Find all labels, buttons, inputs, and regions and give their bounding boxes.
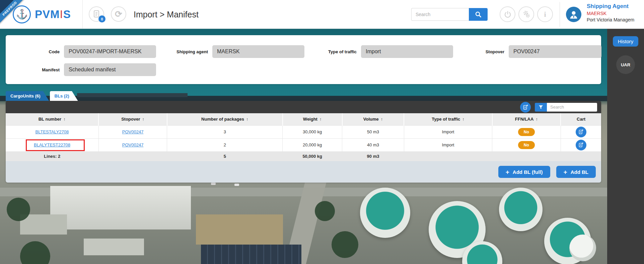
gears-icon	[522, 10, 531, 19]
background-trees	[332, 231, 358, 258]
user-name: MAERSK	[587, 10, 644, 17]
history-button[interactable]: History	[613, 36, 639, 47]
tab-cargo-units[interactable]: CargoUnits (6)	[6, 91, 49, 101]
info-button[interactable]: i	[537, 6, 553, 22]
code-label: Code	[14, 49, 60, 54]
user-info: Shipping Agent MAERSK Port Victoria Mana…	[587, 3, 644, 23]
shipping-agent-field[interactable]	[212, 45, 304, 58]
refresh-icon: ⟳	[115, 9, 122, 19]
totals-packages: 5	[167, 151, 283, 161]
bl-table-card: BL number↑ Stopover↑ Number of packages↑…	[6, 101, 601, 183]
search-icon	[475, 11, 482, 18]
add-bl-button[interactable]: + Add BL	[556, 166, 596, 178]
totals-weight: 50,000 kg	[283, 151, 342, 161]
col-label: Number of packages	[201, 117, 244, 122]
table-toolbar	[6, 101, 601, 113]
refresh-button[interactable]: ⟳	[111, 6, 126, 22]
app-header: PREPROD ⚓ PVMIS 0 ⟳ Import > Manifest	[0, 0, 644, 29]
traffic-field-group: Type of traffic	[308, 45, 453, 58]
app-window: PREPROD ⚓ PVMIS 0 ⟳ Import > Manifest	[0, 0, 644, 264]
weight-cell: 20,000 kg	[283, 138, 342, 151]
bl-table: BL number↑ Stopover↑ Number of packages↑…	[6, 113, 601, 161]
document-plus-icon	[578, 142, 584, 148]
sort-asc-icon: ↑	[142, 117, 145, 122]
sort-asc-icon: ↑	[462, 117, 464, 122]
code-field[interactable]	[64, 45, 156, 58]
add-bl-full-label: Add BL (full)	[513, 169, 543, 175]
add-to-cart-button[interactable]	[576, 140, 586, 150]
background-storage-tank	[360, 188, 410, 238]
add-to-cart-all-button[interactable]	[520, 102, 531, 113]
table-totals-row: Lines: 2 5 50,000 kg 90 m3	[6, 151, 601, 161]
table-search-input[interactable]	[547, 103, 597, 112]
user-role: Shipping Agent	[587, 3, 644, 10]
col-bl-number[interactable]: BL number↑	[6, 113, 98, 125]
tab-bar: CargoUnits (6) BLs (2)	[6, 91, 601, 101]
ffn-laa-badge: No	[518, 141, 535, 149]
packages-cell: 2	[167, 138, 283, 151]
sort-asc-icon: ↑	[319, 117, 322, 122]
col-cart: Cart	[561, 113, 601, 125]
col-label: Cart	[577, 117, 585, 122]
search-button[interactable]	[469, 8, 488, 21]
background-storage-tank	[569, 235, 596, 261]
packages-cell: 3	[167, 125, 283, 138]
sort-asc-icon: ↑	[381, 117, 383, 122]
brand-part: S	[63, 8, 71, 20]
settings-button[interactable]	[518, 6, 534, 22]
col-label: Volume	[363, 117, 379, 122]
background-solar-roof	[201, 245, 301, 264]
stopover-link[interactable]: POV00247	[122, 129, 144, 134]
tab-bls[interactable]: BLs (2)	[50, 91, 78, 101]
manifest-field[interactable]	[64, 63, 156, 76]
add-to-cart-button[interactable]	[576, 127, 586, 137]
uar-button[interactable]: UAR	[616, 55, 635, 74]
background-trees	[20, 241, 50, 264]
table-header-row: BL number↑ Stopover↑ Number of packages↑…	[6, 113, 601, 125]
manifest-field-group: Manifest	[14, 63, 156, 76]
code-field-group: Code	[14, 45, 156, 58]
col-weight[interactable]: Weight↑	[283, 113, 342, 125]
shipping-agent-label: Shipping agent	[159, 49, 208, 54]
col-label: FFN/LAA	[515, 117, 534, 122]
user-avatar[interactable]	[566, 7, 581, 22]
background-warehouse	[50, 186, 191, 229]
document-plus-icon	[522, 104, 528, 110]
col-ffn-laa[interactable]: FFN/LAA↑	[492, 113, 561, 125]
col-label: BL number	[39, 117, 61, 122]
background-building	[84, 239, 144, 255]
background-car	[211, 183, 216, 185]
sort-asc-icon: ↑	[246, 117, 248, 122]
shipping-agent-field-group: Shipping agent	[159, 45, 304, 58]
table-row: BLALYTEST22708 POV00247 2 20,000 kg 40 m…	[6, 138, 601, 151]
power-icon	[504, 10, 512, 18]
logout-button[interactable]	[500, 6, 515, 22]
manifest-label: Manifest	[14, 67, 60, 72]
col-packages[interactable]: Number of packages↑	[167, 113, 283, 125]
documents-button[interactable]: 0	[89, 6, 104, 22]
col-traffic[interactable]: Type of traffic↑	[404, 113, 492, 125]
add-bl-label: Add BL	[571, 169, 588, 175]
document-plus-icon	[578, 129, 584, 135]
filter-funnel-icon	[538, 105, 544, 110]
traffic-field[interactable]	[361, 45, 453, 58]
annotation-highlight-box	[26, 139, 85, 151]
bl-number-link[interactable]: BLTESTALY2708	[35, 129, 69, 134]
table-row: BLTESTALY2708 POV00247 3 30,000 kg 50 m3…	[6, 125, 601, 138]
logo-area: PREPROD ⚓ PVMIS	[0, 0, 83, 29]
stopover-link[interactable]: POV00247	[122, 142, 144, 147]
stopover-field[interactable]	[509, 45, 601, 58]
filter-button[interactable]	[535, 103, 547, 112]
col-stopover[interactable]: Stopover↑	[98, 113, 167, 125]
col-label: Weight	[303, 117, 317, 122]
background-building	[20, 214, 67, 235]
search-input[interactable]	[411, 8, 469, 21]
col-volume[interactable]: Volume↑	[342, 113, 404, 125]
totals-volume: 90 m3	[342, 151, 404, 161]
add-bl-full-button[interactable]: + Add BL (full)	[498, 166, 550, 178]
user-organization: Port Victoria Managem	[587, 17, 644, 23]
plus-icon: +	[564, 169, 567, 175]
header-divider	[560, 2, 560, 27]
col-label: Stopover	[121, 117, 140, 122]
brand-part: PVM	[35, 8, 60, 20]
